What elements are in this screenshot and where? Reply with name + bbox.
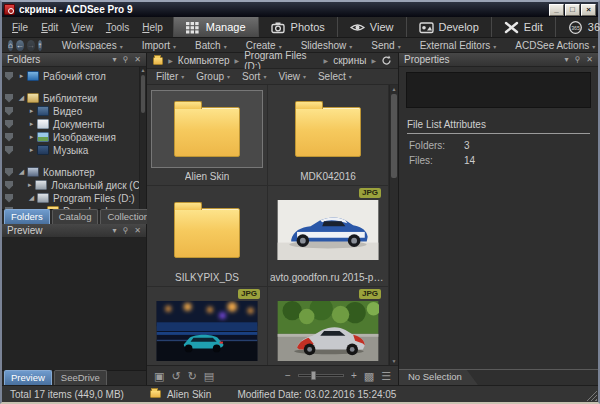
tree-item-библиотеки[interactable]: ◢Библиотеки xyxy=(2,92,146,104)
shield-icon[interactable] xyxy=(5,146,13,155)
tree-item-видео[interactable]: ▸Видео xyxy=(2,105,146,117)
filter-menu-select[interactable]: Select▾ xyxy=(318,71,352,82)
shield-icon[interactable] xyxy=(5,72,13,81)
breadcrumb-item[interactable]: Компьютер xyxy=(178,55,230,66)
filter-menu-view[interactable]: View▾ xyxy=(278,71,306,82)
mode-tab-photos[interactable]: Photos xyxy=(258,17,337,37)
close-icon[interactable]: ✕ xyxy=(134,56,141,64)
close-icon[interactable]: ✕ xyxy=(586,56,593,64)
tree-scrollbar[interactable]: ▲ xyxy=(139,67,146,209)
toolbar-menu-workspaces[interactable]: Workspaces▾ xyxy=(54,40,131,51)
refresh-icon[interactable] xyxy=(381,55,392,66)
file-item[interactable]: Alien Skin xyxy=(147,85,268,186)
mode-tab-365[interactable]: 365365 xyxy=(555,17,600,37)
zoom-slider-handle[interactable] xyxy=(311,371,316,380)
tree-item-program-files-d-[interactable]: ◢Program Files (D:) xyxy=(2,192,146,204)
file-item[interactable]: JPG xyxy=(268,287,389,365)
toolbar-menu-acdsee-actions[interactable]: ACDSee Actions▾ xyxy=(507,40,600,51)
menu-help[interactable]: Help xyxy=(136,20,169,35)
shield-icon[interactable] xyxy=(5,94,13,103)
minimize-button[interactable]: _ xyxy=(549,4,564,16)
preview-tab-preview[interactable]: Preview xyxy=(4,370,52,385)
expander-collapsed-icon[interactable]: ▸ xyxy=(27,133,36,141)
forward-icon[interactable]: → xyxy=(27,40,35,51)
shield-icon[interactable] xyxy=(5,107,13,116)
filter-menu-sort[interactable]: Sort▾ xyxy=(242,71,266,82)
pane-menu-icon[interactable]: ▾ xyxy=(112,56,116,64)
shield-icon[interactable] xyxy=(5,181,13,190)
thumbnail-view-icon[interactable]: ▩ xyxy=(364,370,374,382)
menu-file[interactable]: File xyxy=(6,20,34,35)
expander-expanded-icon[interactable]: ◢ xyxy=(17,168,26,176)
filmstrip-icon[interactable]: ▤ xyxy=(204,370,214,382)
maximize-button[interactable]: □ xyxy=(565,4,580,16)
tree-item-документы[interactable]: ▸Документы xyxy=(2,118,146,130)
toolbar-menu-external-editors[interactable]: External Editors▾ xyxy=(412,40,505,51)
rotate-right-icon[interactable]: ↻ xyxy=(188,370,197,382)
scroll-up-icon[interactable]: ▲ xyxy=(390,85,398,93)
scroll-down-icon[interactable]: ▼ xyxy=(390,357,398,365)
file-item[interactable]: JPGavto.goodfon.ru 2015-phiaro-p75-co... xyxy=(268,186,389,287)
up-icon[interactable]: ↑ xyxy=(38,40,42,51)
resize-grip[interactable] xyxy=(586,390,597,401)
tree-item-музыка[interactable]: ▸Музыка xyxy=(2,144,146,156)
file-item[interactable]: SILKYPIX_DS xyxy=(147,186,268,287)
zoom-out-button[interactable]: − xyxy=(285,370,291,381)
filter-menu-filter[interactable]: Filter▾ xyxy=(156,71,184,82)
pane-menu-icon[interactable]: ▾ xyxy=(564,56,568,64)
shield-icon[interactable] xyxy=(5,168,13,177)
save-icon[interactable]: ▣ xyxy=(154,370,164,382)
tree-item-изображения[interactable]: ▸Изображения xyxy=(2,131,146,143)
pin-icon[interactable]: ⚲ xyxy=(122,56,128,64)
expander-expanded-icon[interactable]: ◢ xyxy=(17,94,26,102)
menu-tools[interactable]: Tools xyxy=(100,20,135,35)
tree-item-локальный-диск-c-[interactable]: ▸Локальный диск (C:) xyxy=(2,179,146,191)
sidebar-tab-catalog[interactable]: Catalog xyxy=(52,209,99,224)
pin-icon[interactable]: ⚲ xyxy=(122,227,128,235)
expander-collapsed-icon[interactable]: ▸ xyxy=(27,146,36,154)
mode-tab-manage[interactable]: Manage xyxy=(173,17,258,37)
expander-collapsed-icon[interactable]: ▸ xyxy=(25,181,34,189)
pane-menu-icon[interactable]: ▾ xyxy=(112,227,116,235)
file-item[interactable]: JPG xyxy=(147,287,268,365)
expander-collapsed-icon[interactable]: ▸ xyxy=(27,120,36,128)
rotate-left-icon[interactable]: ↺ xyxy=(171,370,180,382)
toolbar-menu-send[interactable]: Send▾ xyxy=(363,40,408,51)
shield-icon[interactable] xyxy=(5,120,13,129)
no-selection-tab[interactable]: No Selection xyxy=(399,370,478,385)
scroll-thumb[interactable] xyxy=(391,94,397,178)
shield-icon[interactable] xyxy=(5,194,13,203)
mode-tab-view[interactable]: View xyxy=(337,17,406,37)
menu-edit[interactable]: Edit xyxy=(35,20,64,35)
pin-icon[interactable]: ⚲ xyxy=(574,56,580,64)
close-button[interactable]: × xyxy=(581,4,596,16)
preview-tab-seedrive[interactable]: SeeDrive xyxy=(54,370,107,385)
file-list-scrollbar[interactable]: ▲ ▼ xyxy=(389,85,398,365)
shield-icon[interactable] xyxy=(5,133,13,142)
zoom-slider[interactable] xyxy=(298,374,344,377)
breadcrumb-item[interactable]: скрины xyxy=(333,55,366,66)
filter-menu-group[interactable]: Group▾ xyxy=(196,71,230,82)
toolbar-menu-batch[interactable]: Batch▾ xyxy=(187,40,235,51)
expander-collapsed-icon[interactable]: ▸ xyxy=(27,107,36,115)
file-item[interactable]: MDK042016 xyxy=(268,85,389,186)
menu-view[interactable]: View xyxy=(65,20,99,35)
mode-tab-edit[interactable]: Edit xyxy=(491,17,555,37)
tree-item-download[interactable]: ▸Download xyxy=(2,205,146,209)
expander-expanded-icon[interactable]: ◢ xyxy=(27,194,36,202)
details-view-icon[interactable]: ☰ xyxy=(381,370,391,382)
scroll-up-icon[interactable]: ▲ xyxy=(141,67,146,73)
back-icon[interactable]: ← xyxy=(16,40,24,51)
shield-icon[interactable] xyxy=(5,207,13,210)
tree-scroll-thumb[interactable] xyxy=(141,75,145,113)
sidebar-tab-folders[interactable]: Folders xyxy=(4,209,50,224)
zoom-in-button[interactable]: + xyxy=(351,370,357,381)
close-icon[interactable]: ✕ xyxy=(134,227,141,235)
tree-item-рабочий-стол[interactable]: ▸Рабочий стол xyxy=(2,70,146,82)
expander-collapsed-icon[interactable]: ▸ xyxy=(37,207,46,209)
mode-tab-develop[interactable]: Develop xyxy=(406,17,491,37)
toolbar-menu-import[interactable]: Import▾ xyxy=(134,40,184,51)
home-icon[interactable]: ⌂ xyxy=(8,40,13,51)
tree-item-компьютер[interactable]: ◢Компьютер xyxy=(2,166,146,178)
expander-collapsed-icon[interactable]: ▸ xyxy=(17,72,26,80)
